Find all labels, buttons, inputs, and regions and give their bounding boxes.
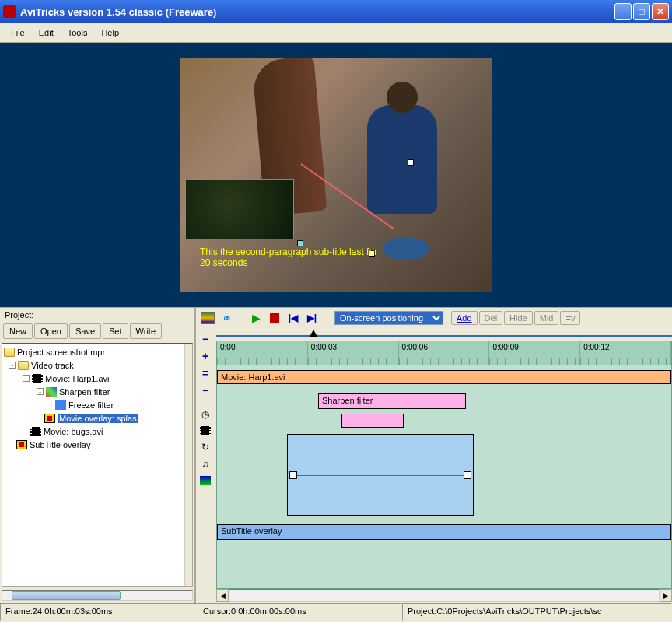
- set-button[interactable]: Set: [103, 323, 128, 339]
- zoom-out-button[interactable]: −: [202, 333, 208, 345]
- timeline-hscroll[interactable]: ◀ ▶: [216, 589, 672, 603]
- tree-label: Movie overlay: splas: [58, 414, 138, 423]
- menu-tools[interactable]: Tools: [61, 26, 94, 40]
- scrollbar-track[interactable]: [229, 589, 660, 602]
- refresh-icon[interactable]: ↻: [199, 442, 212, 453]
- tree-expander[interactable]: -: [37, 388, 44, 395]
- zoom-reset-button[interactable]: −: [202, 384, 208, 397]
- playhead-ruler[interactable]: [216, 333, 672, 341]
- tracks-area[interactable]: Movie: Harp1.avi Sharpen filter SubTitle…: [216, 365, 672, 589]
- ev-button: =v: [560, 311, 580, 325]
- overlay-pip[interactable]: [185, 179, 294, 239]
- menu-edit[interactable]: Edit: [33, 26, 60, 40]
- tree-movie-overlay[interactable]: Movie overlay: splas: [4, 411, 191, 425]
- time-ruler[interactable]: 0:00 0:00:03 0:00:06 0:00:09 0:00:12: [216, 341, 672, 365]
- scrollbar-thumb[interactable]: [12, 591, 121, 600]
- playhead-marker[interactable]: [310, 330, 317, 337]
- tree-hscroll[interactable]: [2, 589, 193, 601]
- video-content: [383, 237, 429, 260]
- tree-sharpen[interactable]: - Sharpen filter: [4, 385, 191, 398]
- zoom-controls: − + = −: [199, 333, 212, 397]
- window-title: AviTricks version 1.54 classic (Freeware…: [20, 6, 614, 18]
- project-tree: Project screenshot.mpr - Video track - M…: [2, 343, 193, 587]
- tree-label: Movie: Harp1.avi: [45, 374, 110, 383]
- branch-icon[interactable]: ⚭: [219, 312, 233, 324]
- tree-label: Project screenshot.mpr: [17, 348, 105, 357]
- minimize-button[interactable]: _: [614, 3, 632, 20]
- open-button[interactable]: Open: [34, 323, 68, 339]
- tracks-icon[interactable]: [201, 312, 215, 324]
- time-tick: 0:00:12: [580, 341, 671, 365]
- write-button[interactable]: Write: [130, 323, 162, 339]
- preview-video[interactable]: This the second-paragraph sub-title last…: [180, 58, 492, 292]
- time-tick: 0:00: [217, 341, 308, 365]
- tree-vscroll[interactable]: [184, 344, 192, 586]
- hide-button: Hide: [504, 311, 533, 325]
- mid-button: Mid: [534, 311, 559, 325]
- timeline-toolbar: ⚭ ▶ |◀ ▶| On-screen positioning Add Del …: [196, 308, 672, 328]
- time-tick: 0:00:09: [489, 341, 580, 365]
- tree-movie-bugs[interactable]: Movie: bugs.avi: [4, 425, 191, 438]
- overlay-icon: [44, 414, 55, 423]
- subtitle-overlay-text: This the second-paragraph sub-title last…: [200, 246, 377, 268]
- tree-root[interactable]: Project screenshot.mpr: [4, 345, 191, 358]
- close-button[interactable]: ✕: [652, 3, 669, 20]
- tree-expander[interactable]: -: [23, 375, 30, 382]
- tree-label: Movie: bugs.avi: [44, 427, 103, 436]
- clip-handle-right[interactable]: [464, 471, 471, 479]
- mode-select[interactable]: On-screen positioning: [334, 311, 443, 325]
- time-tick: 0:00:03: [308, 341, 399, 365]
- tree-freeze[interactable]: Freeze filter: [4, 398, 191, 411]
- status-cursor: Cursor:0 0h:00m:00s:00ms: [198, 603, 402, 621]
- tree-subtitle[interactable]: SubTitle overlay: [4, 438, 191, 451]
- zoom-in-button[interactable]: +: [202, 350, 208, 362]
- film-icon: [32, 374, 43, 383]
- preview-area: This the second-paragraph sub-title last…: [0, 43, 672, 307]
- project-toolbar: New Open Save Set Write: [0, 322, 194, 341]
- video-track-icon[interactable]: [200, 426, 211, 435]
- tree-expander[interactable]: -: [9, 362, 16, 369]
- folder-open-icon: [18, 361, 29, 370]
- clip-sharpen[interactable]: Sharpen filter: [318, 393, 466, 409]
- tree-label: Freeze filter: [68, 400, 114, 410]
- timeline-panel: ⚭ ▶ |◀ ▶| On-screen positioning Add Del …: [196, 308, 672, 603]
- position-handle[interactable]: [297, 240, 303, 246]
- folder-open-icon: [4, 348, 15, 357]
- clip-freeze[interactable]: [341, 414, 404, 428]
- clip-handle-left[interactable]: [289, 471, 297, 479]
- titlebar: AviTricks version 1.54 classic (Freeware…: [0, 0, 672, 23]
- app-icon: [3, 5, 16, 18]
- clip-movie[interactable]: Movie: Harp1.avi: [217, 370, 671, 384]
- scroll-right-button[interactable]: ▶: [660, 589, 672, 602]
- menu-help[interactable]: Help: [95, 26, 125, 40]
- tree-label: Video track: [31, 361, 74, 370]
- play-button[interactable]: ▶: [249, 312, 263, 324]
- tree-movie-harp[interactable]: - Movie: Harp1.avi: [4, 372, 191, 385]
- scroll-left-button[interactable]: ◀: [216, 589, 229, 602]
- overlay-icon: [16, 440, 27, 449]
- position-handle[interactable]: [408, 159, 414, 166]
- add-button[interactable]: Add: [451, 311, 478, 325]
- new-button[interactable]: New: [3, 323, 33, 339]
- clock-icon[interactable]: ◷: [199, 409, 212, 420]
- next-frame-button[interactable]: ▶|: [305, 312, 319, 324]
- zoom-fit-button[interactable]: =: [202, 367, 208, 379]
- stop-button[interactable]: [268, 312, 282, 324]
- prev-frame-button[interactable]: |◀: [286, 312, 300, 324]
- menubar: File Edit Tools Help: [0, 23, 672, 43]
- audio-track-icon[interactable]: ♫: [199, 459, 212, 470]
- project-panel: Project: New Open Save Set Write Project…: [0, 308, 196, 603]
- clip-overlay[interactable]: [287, 434, 474, 516]
- tree-video-track[interactable]: - Video track: [4, 358, 191, 372]
- status-project-path: Project:C:\0Projects\AviTricks\OUTPUT\Pr…: [402, 603, 672, 621]
- clip-subtitle[interactable]: SubTitle overlay: [217, 524, 671, 540]
- status-frame: Frame:24 0h:00m:03s:00ms: [0, 603, 198, 621]
- maximize-button[interactable]: □: [633, 3, 650, 20]
- color-track-icon[interactable]: [200, 476, 211, 485]
- track-type-icons: ◷ ↻ ♫: [198, 409, 213, 485]
- tree-label: SubTitle overlay: [30, 440, 90, 449]
- statusbar: Frame:24 0h:00m:03s:00ms Cursor:0 0h:00m…: [0, 603, 672, 621]
- tree-label: Sharpen filter: [59, 387, 110, 397]
- save-button[interactable]: Save: [69, 323, 101, 339]
- menu-file[interactable]: File: [5, 26, 31, 40]
